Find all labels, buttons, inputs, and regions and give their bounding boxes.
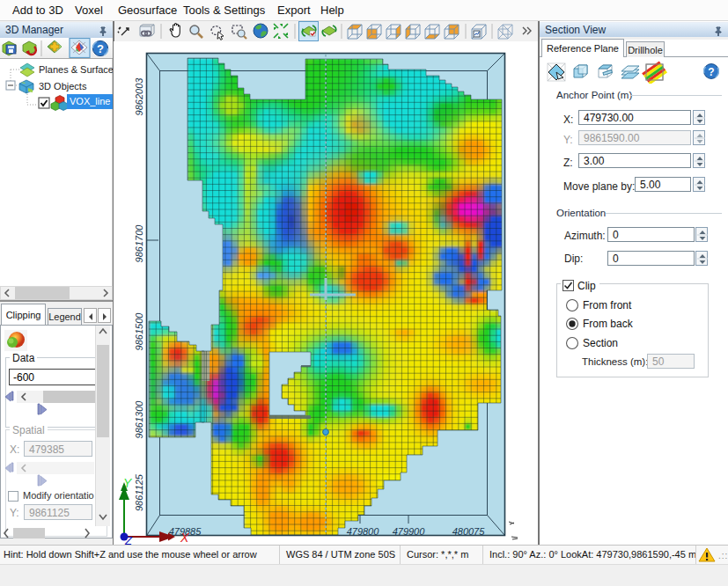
svg-text:X: X (180, 531, 189, 545)
svg-text:?: ? (708, 66, 714, 78)
svg-text:Y: Y (123, 476, 133, 490)
svg-text:9861500: 9861500 (134, 312, 144, 351)
svg-text:Z: Z (124, 534, 133, 545)
svg-text:479900: 479900 (393, 526, 426, 537)
svg-text:9861300: 9861300 (134, 400, 144, 439)
svg-text:479800: 479800 (347, 526, 380, 537)
svg-text:?: ? (97, 42, 104, 55)
svg-text:480075: 480075 (452, 526, 486, 537)
svg-text:9862003: 9862003 (134, 77, 144, 116)
svg-text:9861700: 9861700 (134, 224, 144, 263)
svg-text:9861125: 9861125 (134, 473, 144, 511)
